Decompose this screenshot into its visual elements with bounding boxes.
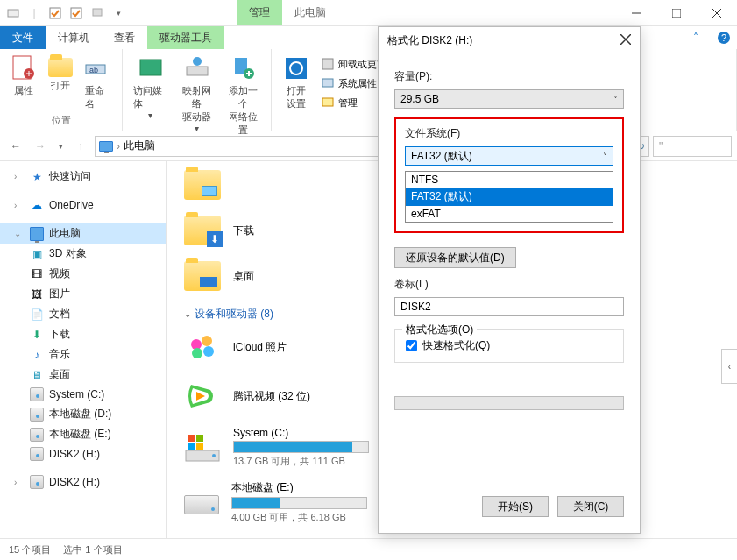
- tab-drive-tools[interactable]: 驱动器工具: [147, 26, 224, 49]
- navigation-pane: ›★快速访问 ›☁OneDrive ⌄此电脑 ▣3D 对象 🎞视频 🖼图片 📄文…: [0, 161, 167, 538]
- drive-icon: [30, 475, 44, 489]
- format-options-legend: 格式化选项(O): [402, 323, 477, 337]
- rename-button[interactable]: ab重命名: [80, 53, 117, 112]
- sidebar-quick-access[interactable]: ›★快速访问: [0, 167, 166, 187]
- fs-option-exfat[interactable]: exFAT: [406, 206, 613, 222]
- drive-icon: [30, 447, 44, 461]
- dialog-close-button[interactable]: [620, 34, 631, 47]
- open-settings-button[interactable]: 打开 设置: [277, 53, 315, 112]
- disk-e-usage-bar: [231, 497, 367, 509]
- restore-defaults-button[interactable]: 还原设备的默认值(D): [394, 247, 516, 268]
- window-title: 此电脑: [282, 0, 338, 25]
- help-icon[interactable]: ?: [711, 26, 737, 49]
- svg-text:ab: ab: [89, 66, 98, 74]
- maximize-button[interactable]: [656, 0, 697, 26]
- svg-point-29: [212, 454, 216, 457]
- close-button[interactable]: 关闭(C): [557, 496, 624, 517]
- search-field[interactable]: ": [653, 136, 732, 157]
- tab-file[interactable]: 文件: [0, 26, 46, 49]
- sidebar-onedrive[interactable]: ›☁OneDrive: [0, 195, 166, 215]
- sidebar-downloads[interactable]: ⬇下载: [0, 324, 166, 344]
- sidebar-disk2-h[interactable]: DISK2 (H:): [0, 444, 166, 464]
- folder-icon: [184, 261, 221, 291]
- filesystem-highlight: 文件系统(F) FAT32 (默认)˅ NTFS FAT32 (默认) exFA…: [394, 117, 624, 233]
- tab-view[interactable]: 查看: [102, 26, 147, 49]
- quick-format-input[interactable]: [406, 340, 417, 351]
- status-selected-count: 选中 1 个项目: [63, 543, 122, 556]
- drive-icon: [30, 408, 44, 422]
- svg-rect-14: [140, 60, 161, 75]
- sidebar-desktop[interactable]: 🖥桌面: [0, 365, 166, 385]
- contextual-tab-manage[interactable]: 管理: [237, 0, 282, 25]
- ribbon-collapse[interactable]: ˄: [681, 26, 711, 49]
- sidebar-videos[interactable]: 🎞视频: [0, 264, 166, 284]
- sidebar-this-pc[interactable]: ⌄此电脑: [0, 223, 166, 244]
- open-button[interactable]: 打开: [43, 53, 78, 94]
- music-icon: ♪: [30, 348, 44, 362]
- back-button[interactable]: ←: [5, 136, 26, 157]
- filesystem-select[interactable]: FAT32 (默认)˅: [405, 146, 613, 166]
- qat-dropdown[interactable]: ▾: [109, 4, 128, 23]
- sidebar-disk2-h-removable[interactable]: ›DISK2 (H:): [0, 472, 166, 492]
- group-location-label: 位置: [5, 112, 117, 129]
- qat-checkbox-1[interactable]: [46, 4, 65, 23]
- close-button[interactable]: [697, 0, 737, 26]
- folder-icon: [184, 170, 221, 200]
- quick-access-toolbar: | ▾: [0, 4, 131, 23]
- fs-option-ntfs[interactable]: NTFS: [406, 172, 613, 188]
- tab-computer[interactable]: 计算机: [46, 26, 102, 49]
- video-icon: 🎞: [30, 267, 44, 281]
- this-pc-icon: [99, 141, 113, 152]
- svg-rect-32: [188, 443, 195, 450]
- svg-rect-15: [187, 67, 208, 75]
- cloud-icon: ☁: [30, 198, 44, 212]
- tencent-label: 腾讯视频 (32 位): [233, 389, 310, 404]
- sidebar-music[interactable]: ♪音乐: [0, 344, 166, 365]
- address-text: 此电脑: [124, 138, 155, 153]
- status-item-count: 15 个项目: [9, 543, 51, 556]
- svg-rect-22: [322, 79, 333, 87]
- svg-rect-30: [188, 435, 195, 442]
- quick-format-checkbox[interactable]: 快速格式化(Q): [406, 338, 613, 353]
- system-c-name: System (C:): [233, 427, 369, 439]
- windows-drive-icon: [184, 429, 221, 466]
- picture-icon: 🖼: [30, 287, 44, 301]
- qat-overflow[interactable]: [88, 4, 107, 23]
- sidebar-documents[interactable]: 📄文档: [0, 304, 166, 324]
- system-c-usage-bar: [233, 441, 369, 453]
- properties-button[interactable]: 属性: [5, 53, 41, 99]
- tencent-icon: [184, 378, 221, 415]
- minimize-button[interactable]: [616, 0, 656, 26]
- dialog-title: 格式化 DISK2 (H:): [387, 33, 472, 48]
- sidebar-disk-e[interactable]: 本地磁盘 (E:): [0, 424, 166, 444]
- add-location-label: 添加一个 网络位置: [226, 84, 260, 137]
- svg-rect-21: [322, 59, 333, 69]
- fs-option-fat32[interactable]: FAT32 (默认): [406, 188, 613, 206]
- qat-checkbox-2[interactable]: [67, 4, 86, 23]
- volume-input[interactable]: [394, 297, 624, 316]
- svg-rect-19: [286, 58, 307, 79]
- sidebar-pictures[interactable]: 🖼图片: [0, 284, 166, 304]
- add-location-button[interactable]: 添加一个 网络位置: [221, 53, 266, 138]
- quick-format-label: 快速格式化(Q): [422, 338, 490, 353]
- svg-point-27: [192, 348, 202, 358]
- sidebar-system-c[interactable]: System (C:): [0, 385, 166, 404]
- svg-rect-2: [71, 8, 81, 18]
- drive-icon: [184, 495, 219, 514]
- forward-button[interactable]: →: [30, 136, 51, 157]
- format-progress: [394, 396, 624, 410]
- download-icon: ⬇: [30, 328, 44, 342]
- document-icon: 📄: [30, 308, 44, 322]
- capacity-select[interactable]: 29.5 GB˅: [394, 89, 624, 109]
- history-dropdown[interactable]: ▾: [54, 136, 67, 157]
- sidebar-3d-objects[interactable]: ▣3D 对象: [0, 244, 166, 264]
- sidebar-disk-d[interactable]: 本地磁盘 (D:): [0, 404, 166, 424]
- start-button[interactable]: 开始(S): [482, 496, 549, 517]
- map-drive-label: 映射网络 驱动器: [180, 84, 214, 124]
- access-media-button[interactable]: 访问媒体▾: [128, 53, 173, 122]
- format-dialog: 格式化 DISK2 (H:) 容量(P): 29.5 GB˅ 文件系统(F) F…: [378, 26, 641, 534]
- up-button[interactable]: ↑: [70, 136, 91, 157]
- icloud-icon: [184, 329, 221, 365]
- preview-pane-toggle[interactable]: ‹: [721, 349, 737, 384]
- map-drive-button[interactable]: 映射网络 驱动器▾: [174, 53, 219, 135]
